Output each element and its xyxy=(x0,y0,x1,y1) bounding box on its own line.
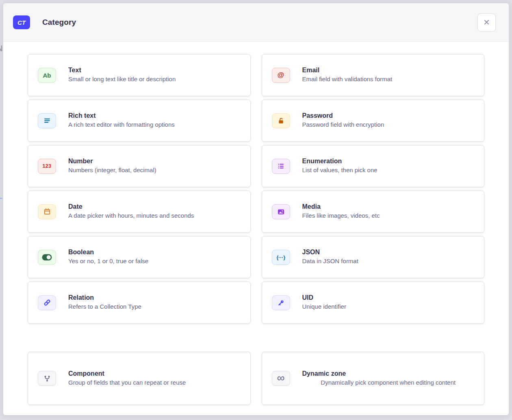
card-description: Small or long text like title or descrip… xyxy=(68,75,241,83)
field-type-card-text[interactable]: Ab Text Small or long text like title or… xyxy=(28,54,251,96)
card-description: Group of fields that you can repeat or r… xyxy=(68,379,241,387)
field-type-card-component[interactable]: Component Group of fields that you can r… xyxy=(28,352,251,405)
card-description: Yes or no, 1 or 0, true or false xyxy=(68,257,241,265)
card-description: Password field with encryption xyxy=(302,121,475,129)
field-type-card-date[interactable]: Date A date picker with hours, minutes a… xyxy=(28,191,251,233)
field-type-card-richtext[interactable]: Rich text A rich text editor with format… xyxy=(28,100,251,142)
ab-text-icon: Ab xyxy=(38,68,56,83)
card-title: Enumeration xyxy=(302,158,475,165)
field-type-card-boolean[interactable]: Boolean Yes or no, 1 or 0, true or false xyxy=(28,236,251,278)
field-type-card-uid[interactable]: UID Unique identifier xyxy=(262,281,485,324)
card-title: Password xyxy=(302,112,475,119)
background-clipped-plus: + xyxy=(0,193,2,204)
toggle-on-icon xyxy=(38,250,56,265)
picture-icon xyxy=(272,204,290,219)
card-description: A rich text editor with formatting optio… xyxy=(68,121,241,129)
field-type-card-media[interactable]: Media Files like images, videos, etc xyxy=(262,191,485,233)
card-title: UID xyxy=(302,294,475,301)
modal-header: CT Category ✕ xyxy=(3,3,509,42)
field-type-card-number[interactable]: 123 Number Numbers (integer, float, deci… xyxy=(28,145,251,187)
branch-icon xyxy=(38,371,56,386)
card-title: Rich text xyxy=(68,112,241,119)
card-title: Email xyxy=(302,67,475,74)
number-123-icon: 123 xyxy=(38,159,56,174)
card-description: Unique identifier xyxy=(302,303,475,311)
modal-title: Category xyxy=(42,18,76,27)
card-description: A date picker with hours, minutes and se… xyxy=(68,212,241,220)
bullet-list-icon xyxy=(272,159,290,174)
card-description: Dynamically pick component when editing … xyxy=(302,379,475,387)
field-type-card-dynamiczone[interactable]: ∞ Dynamic zone Dynamically pick componen… xyxy=(262,352,485,405)
card-description: List of values, then pick one xyxy=(302,166,475,174)
card-description: Numbers (integer, float, decimal) xyxy=(68,166,241,174)
card-title: Number xyxy=(68,158,241,165)
card-title: Relation xyxy=(68,294,241,301)
collection-type-badge: CT xyxy=(13,15,30,29)
align-left-icon xyxy=(38,113,56,128)
background-clipped-text: N xyxy=(0,44,2,53)
field-type-card-password[interactable]: Password Password field with encryption xyxy=(262,100,485,142)
card-title: Media xyxy=(302,203,475,210)
card-description: Data in JSON format xyxy=(302,257,475,265)
card-description: Email field with validations format xyxy=(302,75,475,83)
card-title: Component xyxy=(68,370,241,377)
card-title: Boolean xyxy=(68,249,241,256)
card-title: Text xyxy=(68,67,241,74)
field-type-card-json[interactable]: {···} JSON Data in JSON format xyxy=(262,236,485,278)
field-type-card-enumeration[interactable]: Enumeration List of values, then pick on… xyxy=(262,145,485,187)
chain-link-icon xyxy=(38,295,56,310)
json-braces-icon: {···} xyxy=(272,250,290,265)
lock-icon xyxy=(272,113,290,128)
field-type-grid-advanced: Component Group of fields that you can r… xyxy=(28,352,484,405)
calendar-icon xyxy=(38,204,56,219)
field-type-modal: CT Category ✕ Ab Text Small or long text… xyxy=(3,3,509,415)
infinity-icon: ∞ xyxy=(272,371,290,386)
close-icon: ✕ xyxy=(483,17,490,27)
field-type-card-relation[interactable]: Relation Refers to a Collection Type xyxy=(28,281,251,324)
close-button[interactable]: ✕ xyxy=(477,13,496,32)
key-icon xyxy=(272,295,290,310)
card-description: Refers to a Collection Type xyxy=(68,303,241,311)
field-type-card-email[interactable]: @ Email Email field with validations for… xyxy=(262,54,485,96)
card-title: JSON xyxy=(302,249,475,256)
card-title: Date xyxy=(68,203,241,210)
at-sign-icon: @ xyxy=(272,68,290,83)
card-title: Dynamic zone xyxy=(302,370,475,377)
card-description: Files like images, videos, etc xyxy=(302,212,475,220)
field-type-grid-primary: Ab Text Small or long text like title or… xyxy=(28,54,484,324)
modal-body: Ab Text Small or long text like title or… xyxy=(3,42,509,405)
